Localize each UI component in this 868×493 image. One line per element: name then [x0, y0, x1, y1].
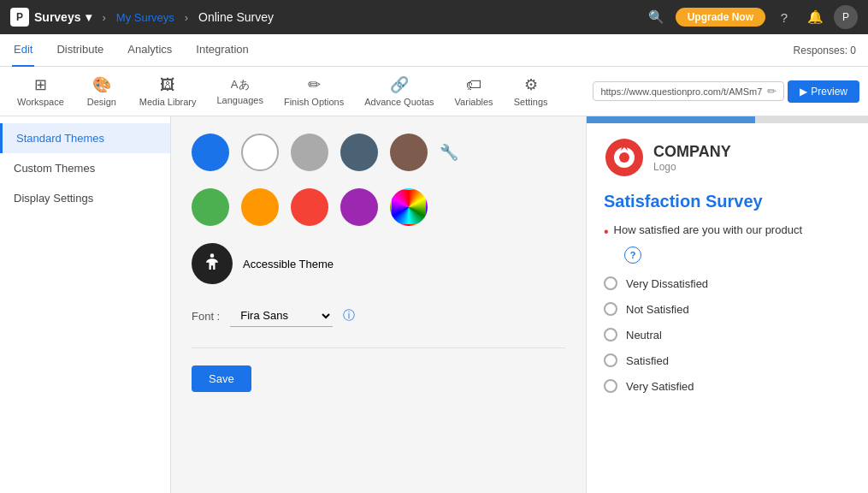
- toolbar-media-library[interactable]: 🖼 Media Library: [131, 73, 205, 110]
- svg-point-3: [619, 152, 629, 163]
- svg-point-0: [210, 253, 215, 258]
- settings-icon: ⚙: [524, 75, 538, 94]
- custom-themes-label: Custom Themes: [14, 162, 95, 175]
- design-icon: 🎨: [92, 75, 111, 94]
- theme-row-2: [192, 188, 565, 226]
- theme-gray[interactable]: [291, 134, 328, 171]
- preview-header-bar: [587, 116, 868, 123]
- theme-green[interactable]: [192, 188, 229, 226]
- accessible-theme[interactable]: Accessible Theme: [192, 243, 565, 284]
- wrench-icon[interactable]: 🔧: [440, 143, 458, 162]
- option-label: Very Dissatisfied: [626, 277, 708, 290]
- main-layout: Standard Themes Custom Themes Display Se…: [0, 116, 868, 493]
- accessible-theme-label: Accessible Theme: [243, 258, 334, 270]
- preview-icon: ▶: [800, 86, 807, 98]
- option-label: Satisfied: [626, 354, 669, 367]
- theme-blue[interactable]: [192, 134, 229, 171]
- top-navigation: P Surveys ▾ › My Surveys › Online Survey…: [0, 0, 868, 34]
- settings-label: Settings: [514, 97, 548, 107]
- save-button[interactable]: Save: [192, 365, 251, 392]
- url-bar: https://www.questionpro.com/t/AMSm7 ✏: [593, 81, 784, 101]
- help-button[interactable]: ?: [772, 5, 796, 29]
- url-edit-button[interactable]: ✏: [767, 85, 776, 98]
- tab-analytics[interactable]: Analytics: [126, 34, 174, 67]
- question-text: How satisfied are you with our product: [614, 223, 802, 236]
- theme-orange[interactable]: [241, 188, 279, 226]
- display-settings-label: Display Settings: [14, 192, 93, 205]
- question-area: • How satisfied are you with our product…: [587, 223, 868, 399]
- media-library-icon: 🖼: [160, 76, 175, 94]
- theme-rainbow[interactable]: [390, 188, 428, 226]
- tab-distribute[interactable]: Distribute: [55, 34, 105, 67]
- font-label: Font :: [192, 310, 220, 323]
- company-name: COMPANY: [653, 143, 731, 161]
- languages-label: Languages: [216, 95, 263, 105]
- app-logo[interactable]: P Surveys ▾: [10, 8, 92, 27]
- toolbar-languages[interactable]: Aあ Languages: [208, 74, 271, 109]
- variables-icon: 🏷: [466, 76, 481, 94]
- option-neutral[interactable]: Neutral: [604, 322, 851, 347]
- option-label: Neutral: [626, 329, 662, 342]
- design-label: Design: [87, 97, 116, 107]
- top-nav-icons: 🔍 Upgrade Now ? 🔔 P: [645, 5, 858, 29]
- finish-options-icon: ✏: [308, 75, 321, 94]
- question-label: • How satisfied are you with our product: [604, 223, 851, 240]
- advance-quotas-icon: 🔗: [390, 75, 409, 94]
- radio-very-satisfied[interactable]: [604, 379, 617, 393]
- dropdown-arrow[interactable]: ▾: [86, 10, 92, 24]
- radio-very-dissatisfied[interactable]: [604, 276, 617, 290]
- tab-edit[interactable]: Edit: [12, 34, 34, 67]
- company-subtext: Logo: [653, 161, 731, 173]
- company-info: COMPANY Logo: [653, 143, 731, 173]
- option-very-dissatisfied[interactable]: Very Dissatisfied: [604, 270, 851, 296]
- question-help-icon[interactable]: ?: [624, 246, 641, 264]
- font-info-icon[interactable]: ⓘ: [343, 308, 355, 324]
- profile-button[interactable]: P: [834, 5, 858, 29]
- theme-white[interactable]: [241, 134, 279, 171]
- breadcrumb-my-surveys[interactable]: My Surveys: [116, 11, 174, 24]
- standard-themes-label: Standard Themes: [16, 132, 104, 145]
- advance-quotas-label: Advance Quotas: [364, 97, 434, 107]
- url-text: https://www.questionpro.com/t/AMSm7: [600, 86, 762, 97]
- theme-row-1: 🔧: [192, 134, 565, 171]
- sidebar-item-display-settings[interactable]: Display Settings: [0, 183, 170, 213]
- toolbar-finish-options[interactable]: ✏ Finish Options: [275, 72, 352, 110]
- sidebar-item-standard-themes[interactable]: Standard Themes: [0, 123, 170, 153]
- toolbar-variables[interactable]: 🏷 Variables: [446, 73, 502, 110]
- theme-purple[interactable]: [340, 188, 378, 226]
- option-label: Very Satisfied: [626, 380, 694, 393]
- radio-not-satisfied[interactable]: [604, 302, 617, 316]
- divider: [192, 347, 565, 348]
- media-library-label: Media Library: [139, 97, 197, 107]
- variables-label: Variables: [455, 97, 493, 107]
- upgrade-button[interactable]: Upgrade Now: [676, 8, 765, 27]
- option-very-satisfied[interactable]: Very Satisfied: [604, 373, 851, 399]
- app-name: Surveys: [34, 10, 80, 24]
- preview-label: Preview: [811, 86, 847, 98]
- breadcrumb-separator2: ›: [185, 11, 188, 24]
- theme-red[interactable]: [291, 188, 328, 226]
- option-not-satisfied[interactable]: Not Satisfied: [604, 296, 851, 322]
- sidebar-item-custom-themes[interactable]: Custom Themes: [0, 153, 170, 183]
- preview-button[interactable]: ▶ Preview: [788, 80, 859, 103]
- search-button[interactable]: 🔍: [645, 5, 669, 29]
- content-area: 🔧 Accessible Theme Font : Fira Sans: [171, 116, 586, 493]
- toolbar-design[interactable]: 🎨 Design: [76, 72, 127, 110]
- toolbar-advance-quotas[interactable]: 🔗 Advance Quotas: [356, 72, 442, 110]
- toolbar-workspace[interactable]: ⊞ Workspace: [9, 72, 73, 110]
- toolbar: ⊞ Workspace 🎨 Design 🖼 Media Library Aあ …: [0, 67, 868, 116]
- option-satisfied[interactable]: Satisfied: [604, 347, 851, 373]
- toolbar-settings[interactable]: ⚙ Settings: [505, 72, 557, 110]
- breadcrumb-separator: ›: [102, 11, 105, 24]
- theme-brown[interactable]: [390, 134, 428, 171]
- preview-logo-area: COMPANY Logo: [587, 123, 868, 185]
- radio-neutral[interactable]: [604, 328, 617, 342]
- radio-satisfied[interactable]: [604, 353, 617, 367]
- second-navigation: Edit Distribute Analytics Integration Re…: [0, 34, 868, 67]
- tab-integration[interactable]: Integration: [194, 34, 250, 67]
- notifications-button[interactable]: 🔔: [803, 5, 827, 29]
- theme-darkblue[interactable]: [340, 134, 378, 171]
- sidebar: Standard Themes Custom Themes Display Se…: [0, 116, 171, 493]
- required-dot: •: [604, 223, 609, 240]
- font-select[interactable]: Fira Sans Arial Roboto: [230, 305, 333, 327]
